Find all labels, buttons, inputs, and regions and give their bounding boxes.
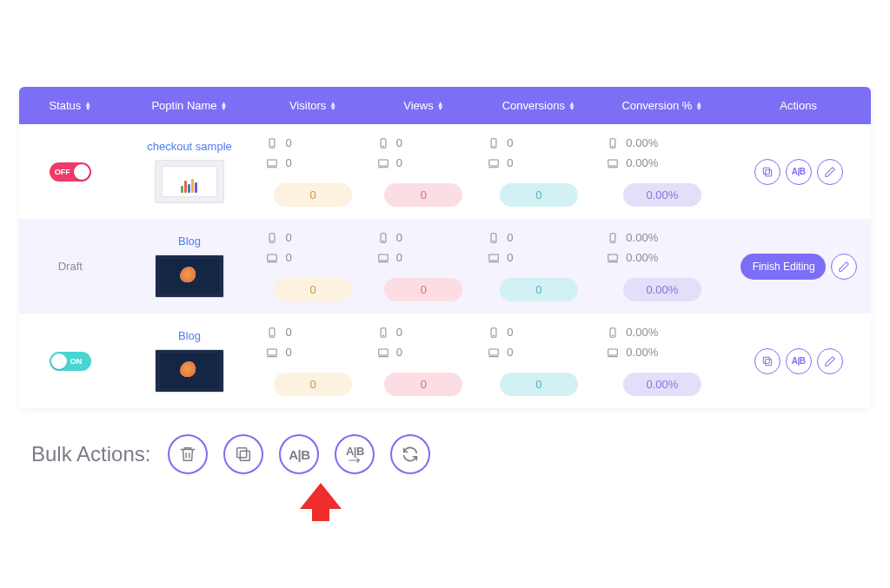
poptin-thumbnail[interactable] xyxy=(155,349,224,393)
mobile-icon xyxy=(266,327,278,339)
table-header: Status▲▼ Poptin Name▲▼ Visitors▲▼ Views▲… xyxy=(19,87,871,124)
desktop-icon xyxy=(607,252,619,264)
refresh-icon xyxy=(401,445,420,464)
desktop-icon xyxy=(607,347,619,359)
header-visitors[interactable]: Visitors▲▼ xyxy=(257,87,368,124)
mobile-icon xyxy=(488,232,500,244)
desktop-icon xyxy=(266,347,278,359)
toggle-label: ON xyxy=(70,357,83,366)
svg-rect-50 xyxy=(765,359,771,365)
metric-total-pill: 0 xyxy=(384,278,462,301)
metric-mobile: 0.00% xyxy=(626,136,658,149)
metric-desktop: 0 xyxy=(396,346,402,359)
edit-button[interactable] xyxy=(817,348,843,374)
svg-rect-16 xyxy=(765,169,771,175)
duplicate-button[interactable] xyxy=(754,348,780,374)
desktop-icon xyxy=(377,252,389,264)
metric-desktop: 0 xyxy=(285,346,291,359)
status-toggle[interactable]: OFF xyxy=(50,162,91,182)
metric-mobile: 0 xyxy=(285,136,291,149)
svg-rect-6 xyxy=(379,159,389,165)
metric-mobile: 0 xyxy=(507,326,513,339)
metric-mobile: 0 xyxy=(285,231,291,244)
copy-icon xyxy=(234,445,253,464)
header-actions: Actions xyxy=(726,87,871,124)
svg-rect-36 xyxy=(268,348,277,354)
metric-mobile: 0 xyxy=(285,326,291,339)
svg-rect-28 xyxy=(489,254,499,260)
mobile-icon xyxy=(607,327,619,339)
metric-total-pill: 0.00% xyxy=(623,373,701,396)
mobile-icon xyxy=(488,137,500,149)
header-conversions[interactable]: Conversions▲▼ xyxy=(479,87,598,124)
metric-total-pill: 0 xyxy=(384,183,462,207)
header-status[interactable]: Status▲▼ xyxy=(19,87,122,124)
poptin-name-link[interactable]: Blog xyxy=(178,235,201,248)
metric-mobile: 0 xyxy=(396,231,402,244)
duplicate-button[interactable] xyxy=(754,159,780,185)
mobile-icon xyxy=(607,137,619,149)
metric-desktop: 0.00% xyxy=(626,346,658,359)
sort-icon: ▲▼ xyxy=(221,102,228,110)
svg-rect-48 xyxy=(608,348,618,354)
edit-button[interactable] xyxy=(831,254,857,280)
metric-mobile: 0 xyxy=(396,326,402,339)
metric-desktop: 0 xyxy=(396,251,402,264)
sort-icon: ▲▼ xyxy=(329,102,336,110)
ab-test-button[interactable]: A|B xyxy=(786,159,812,185)
desktop-icon xyxy=(488,252,500,264)
ab-test-button[interactable]: A|B xyxy=(786,348,812,374)
metric-desktop: 0 xyxy=(507,156,513,169)
edit-button[interactable] xyxy=(817,159,843,185)
svg-rect-17 xyxy=(763,168,769,174)
sort-icon: ▲▼ xyxy=(84,102,91,110)
svg-rect-51 xyxy=(763,357,769,363)
header-name[interactable]: Poptin Name▲▼ xyxy=(122,87,258,124)
mobile-icon xyxy=(266,137,278,149)
poptin-thumbnail[interactable] xyxy=(155,160,224,203)
toggle-label: OFF xyxy=(55,168,70,176)
sort-icon: ▲▼ xyxy=(568,102,575,110)
metric-desktop: 0 xyxy=(507,251,513,264)
metric-total-pill: 0 xyxy=(500,373,578,396)
svg-rect-40 xyxy=(379,348,389,354)
bulk-actions-bar: Bulk Actions: A|B A|B xyxy=(19,424,871,504)
svg-rect-24 xyxy=(379,254,389,260)
desktop-icon xyxy=(266,252,278,264)
bulk-ab-move-button[interactable]: A|B xyxy=(335,434,375,474)
bulk-ab-test-button[interactable]: A|B xyxy=(279,434,319,474)
poptin-thumbnail[interactable] xyxy=(155,254,224,298)
metric-mobile: 0 xyxy=(507,136,513,149)
sort-icon: ▲▼ xyxy=(695,102,702,110)
metric-total-pill: 0 xyxy=(274,373,352,396)
header-views[interactable]: Views▲▼ xyxy=(369,87,479,124)
bulk-duplicate-button[interactable] xyxy=(223,434,263,474)
header-convpct[interactable]: Conversion %▲▼ xyxy=(598,87,726,124)
finish-editing-button[interactable]: Finish Editing xyxy=(741,254,826,280)
mobile-icon xyxy=(377,327,389,339)
poptin-name-link[interactable]: Blog xyxy=(178,329,201,342)
arrow-right-icon xyxy=(348,457,362,464)
bulk-delete-button[interactable] xyxy=(168,434,208,474)
status-toggle[interactable]: ON xyxy=(50,352,91,371)
mobile-icon xyxy=(266,232,278,244)
svg-rect-53 xyxy=(237,448,247,458)
metric-mobile: 0 xyxy=(507,231,513,244)
metric-total-pill: 0.00% xyxy=(623,278,701,301)
metric-desktop: 0.00% xyxy=(626,251,658,264)
bulk-refresh-button[interactable] xyxy=(390,434,430,474)
table-row: Draft Blog 0 0 0 0 0 0 0 0 0 0.00% 0.00%… xyxy=(19,219,871,314)
metric-total-pill: 0 xyxy=(500,278,578,301)
desktop-icon xyxy=(377,347,389,359)
desktop-icon xyxy=(488,157,500,169)
poptin-name-link[interactable]: checkout sample xyxy=(147,140,232,153)
table-row: ON Blog 0 0 0 0 0 0 0 0 0 0.00% 0.00% 0.… xyxy=(19,314,871,408)
metric-mobile: 0.00% xyxy=(626,326,658,339)
poptins-table: Status▲▼ Poptin Name▲▼ Visitors▲▼ Views▲… xyxy=(19,87,871,408)
metric-desktop: 0.00% xyxy=(626,156,658,169)
svg-rect-20 xyxy=(268,254,277,260)
metric-mobile: 0.00% xyxy=(626,231,658,244)
mobile-icon xyxy=(377,137,389,149)
sort-icon: ▲▼ xyxy=(437,102,444,110)
metric-desktop: 0 xyxy=(285,156,291,169)
